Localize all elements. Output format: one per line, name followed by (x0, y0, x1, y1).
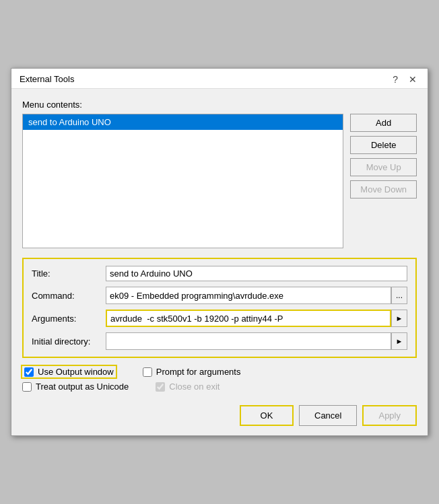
title-input[interactable] (106, 266, 407, 281)
initial-dir-arrow-button[interactable]: ► (391, 332, 407, 350)
initial-dir-input[interactable] (106, 332, 391, 350)
side-buttons: Add Delete Move Up Move Down (350, 114, 417, 248)
use-output-window-label: Use Output window (38, 367, 114, 377)
ok-button[interactable]: OK (240, 405, 294, 426)
use-output-window-checkbox-item[interactable]: Use Output window (22, 366, 116, 377)
delete-button[interactable]: Delete (350, 136, 417, 154)
move-up-button[interactable]: Move Up (350, 158, 417, 176)
dialog-title: External Tools (20, 74, 74, 84)
command-input[interactable] (106, 287, 391, 304)
arguments-input[interactable] (106, 310, 391, 327)
title-row: Title: (32, 266, 407, 281)
move-down-button[interactable]: Move Down (350, 180, 417, 199)
apply-button[interactable]: Apply (362, 405, 417, 426)
title-label: Title: (32, 268, 106, 279)
use-output-window-checkbox[interactable] (24, 367, 34, 377)
right-arrow-icon: ► (396, 314, 403, 322)
initial-dir-row: Initial directory: ► (32, 332, 407, 350)
dialog-body: Menu contents: send to Arduino UNO Add D… (11, 89, 428, 435)
close-on-exit-label: Close on exit (169, 382, 220, 392)
menu-list[interactable]: send to Arduino UNO (22, 114, 343, 248)
treat-unicode-checkbox-item[interactable]: Treat output as Unicode (22, 382, 129, 392)
treat-unicode-label: Treat output as Unicode (36, 382, 129, 392)
command-field-group: ... (106, 287, 407, 304)
prompt-args-checkbox[interactable] (143, 367, 152, 377)
initial-dir-label: Initial directory: (32, 336, 106, 347)
arguments-arrow-button[interactable]: ► (391, 310, 407, 327)
menu-contents-label: Menu contents: (22, 100, 417, 110)
checkbox-row-2: Treat output as Unicode Close on exit (22, 382, 417, 392)
external-tools-dialog: External Tools ? ✕ Menu contents: send t… (11, 68, 428, 436)
checkbox-row-1: Use Output window Prompt for arguments (22, 366, 417, 377)
footer: OK Cancel Apply (22, 401, 417, 427)
cancel-button[interactable]: Cancel (299, 405, 357, 426)
prompt-args-checkbox-item[interactable]: Prompt for arguments (143, 366, 241, 377)
prompt-args-label: Prompt for arguments (156, 367, 241, 377)
fields-section: Title: Command: ... Arguments: ► (22, 258, 417, 358)
close-on-exit-checkbox-item: Close on exit (156, 382, 220, 392)
close-on-exit-checkbox (156, 382, 165, 392)
close-button[interactable]: ✕ (406, 75, 419, 84)
help-button[interactable]: ? (390, 75, 401, 84)
command-row: Command: ... (32, 287, 407, 304)
title-bar: External Tools ? ✕ (11, 69, 428, 89)
menu-area: send to Arduino UNO Add Delete Move Up M… (22, 114, 417, 248)
menu-item[interactable]: send to Arduino UNO (23, 114, 343, 130)
title-bar-buttons: ? ✕ (390, 75, 419, 84)
add-button[interactable]: Add (350, 114, 417, 132)
command-browse-button[interactable]: ... (391, 287, 407, 304)
command-label: Command: (32, 291, 106, 301)
checkboxes-section: Use Output window Prompt for arguments T… (22, 366, 417, 392)
treat-unicode-checkbox[interactable] (22, 382, 32, 392)
right-arrow-icon-2: ► (396, 337, 403, 345)
initial-dir-field-group: ► (106, 332, 407, 350)
arguments-row: Arguments: ► (32, 310, 407, 327)
arguments-label: Arguments: (32, 314, 106, 324)
arguments-field-group: ► (106, 310, 407, 327)
